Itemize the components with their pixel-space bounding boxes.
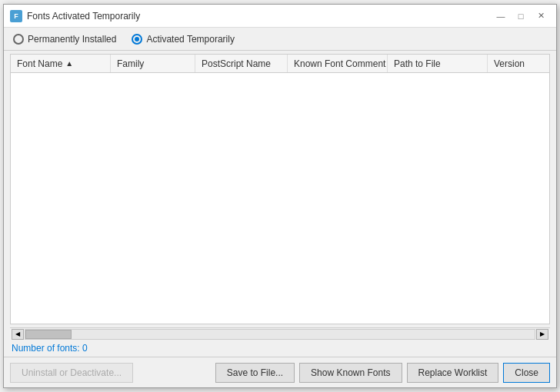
permanently-installed-option[interactable]: Permanently Installed: [13, 34, 116, 45]
col-font-name[interactable]: Font Name ▲: [11, 55, 111, 72]
activated-temporarily-label: Activated Temporarily: [146, 34, 235, 45]
button-bar: Uninstall or Deactivate... Save to File.…: [4, 357, 556, 387]
app-icon: F: [10, 10, 22, 22]
col-known-font[interactable]: Known Font Comment: [288, 55, 388, 72]
minimize-button[interactable]: —: [492, 8, 510, 24]
horizontal-scrollbar: ◀ ▶: [10, 327, 550, 340]
uninstall-deactivate-button[interactable]: Uninstall or Deactivate...: [10, 363, 133, 383]
title-controls: — □ ✕: [492, 8, 550, 24]
scroll-right-button[interactable]: ▶: [536, 329, 548, 340]
permanently-installed-radio[interactable]: [13, 34, 24, 45]
table-header: Font Name ▲ Family PostScript Name Known…: [11, 55, 549, 73]
replace-worklist-button[interactable]: Replace Worklist: [407, 363, 499, 383]
close-window-button[interactable]: ✕: [532, 8, 550, 24]
close-button[interactable]: Close: [503, 363, 550, 383]
radio-bar: Permanently Installed Activated Temporar…: [4, 28, 556, 51]
col-version[interactable]: Version: [488, 55, 549, 72]
title-bar: F Fonts Activated Temporarily — □ ✕: [4, 5, 556, 28]
permanently-installed-label: Permanently Installed: [28, 34, 116, 45]
fonts-table-container: Font Name ▲ Family PostScript Name Known…: [10, 54, 550, 324]
maximize-button[interactable]: □: [512, 8, 530, 24]
sort-arrow-font-name: ▲: [65, 59, 73, 68]
show-known-fonts-button[interactable]: Show Known Fonts: [299, 363, 402, 383]
save-to-file-button[interactable]: Save to File...: [215, 363, 295, 383]
col-path[interactable]: Path to File: [388, 55, 488, 72]
scroll-left-button[interactable]: ◀: [12, 329, 24, 340]
activated-temporarily-radio[interactable]: [132, 34, 142, 45]
table-body: [11, 73, 549, 324]
window-title: Fonts Activated Temporarily: [27, 11, 140, 22]
scroll-track[interactable]: [25, 329, 535, 340]
col-postscript[interactable]: PostScript Name: [195, 55, 288, 72]
status-bar: Number of fonts: 0: [4, 340, 556, 357]
scroll-thumb[interactable]: [25, 330, 72, 339]
font-count-label: Number of fonts: 0: [12, 343, 88, 354]
col-family[interactable]: Family: [111, 55, 195, 72]
main-window: F Fonts Activated Temporarily — □ ✕ Perm…: [3, 4, 557, 388]
title-bar-left: F Fonts Activated Temporarily: [10, 10, 140, 22]
activated-temporarily-option[interactable]: Activated Temporarily: [132, 34, 235, 45]
